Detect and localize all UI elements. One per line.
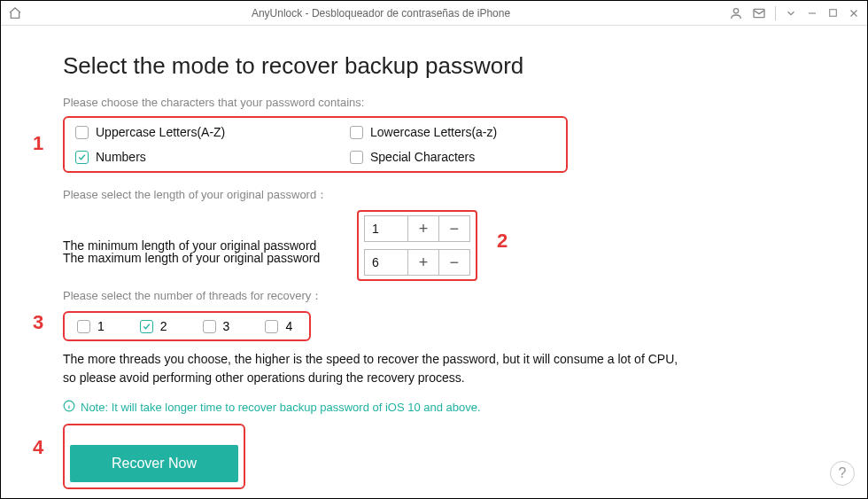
- threads-4[interactable]: 4: [265, 319, 292, 333]
- threads-note: The more threads you choose, the higher …: [63, 350, 805, 387]
- page-title: Select the mode to recover backup passwo…: [63, 52, 805, 80]
- max-minus-button[interactable]: −: [439, 250, 469, 275]
- numbers-label: Numbers: [96, 150, 146, 164]
- info-icon: [63, 400, 75, 415]
- lowercase-label: Lowercase Letters(a-z): [370, 125, 497, 139]
- min-plus-button[interactable]: +: [408, 216, 438, 241]
- min-length-value[interactable]: 1: [365, 216, 408, 241]
- annotation-4: 4: [33, 436, 43, 459]
- chevron-down-icon[interactable]: [785, 7, 797, 19]
- maximize-icon[interactable]: [827, 7, 839, 19]
- length-prompt: Please select the length of your origina…: [63, 187, 805, 203]
- recover-now-button[interactable]: Recover Now: [70, 445, 238, 482]
- mail-icon[interactable]: [752, 6, 766, 20]
- max-length-stepper: 6 + −: [364, 249, 470, 276]
- threads-2[interactable]: 2: [140, 319, 167, 333]
- threads-1[interactable]: 1: [77, 319, 105, 333]
- annotation-1: 1: [33, 132, 43, 155]
- titlebar: AnyUnlock - Desbloqueador de contraseñas…: [1, 1, 867, 26]
- threads-prompt: Please select the number of threads for …: [63, 288, 805, 304]
- max-length-label: The maximum length of your original pass…: [63, 251, 346, 265]
- max-length-value[interactable]: 6: [365, 250, 408, 275]
- svg-rect-3: [830, 10, 837, 17]
- annotation-3: 3: [33, 311, 43, 334]
- checkbox-numbers[interactable]: Numbers: [75, 150, 341, 164]
- uppercase-label: Uppercase Letters(A-Z): [96, 125, 225, 139]
- annotation-2: 2: [497, 230, 508, 253]
- account-icon[interactable]: [729, 6, 743, 20]
- info-note: Note: It will take longer time to recove…: [63, 400, 805, 415]
- threads-3[interactable]: 3: [203, 319, 230, 333]
- close-icon[interactable]: [848, 7, 860, 19]
- svg-point-0: [733, 8, 738, 12]
- checkbox-special[interactable]: Special Characters: [350, 150, 616, 164]
- recover-box: Recover Now: [63, 424, 245, 489]
- checkbox-lowercase[interactable]: Lowercase Letters(a-z): [350, 125, 616, 139]
- charset-box: Uppercase Letters(A-Z) Lowercase Letters…: [63, 116, 568, 173]
- special-label: Special Characters: [370, 150, 475, 164]
- charset-prompt: Please choose the characters that your p…: [63, 96, 805, 109]
- min-minus-button[interactable]: −: [439, 216, 469, 241]
- window-title: AnyUnlock - Desbloqueador de contraseñas…: [33, 7, 729, 19]
- minimize-icon[interactable]: [806, 7, 818, 19]
- min-length-stepper: 1 + −: [364, 215, 470, 242]
- checkbox-uppercase[interactable]: Uppercase Letters(A-Z): [75, 125, 341, 139]
- steppers-box: 1 + − 6 + −: [357, 210, 477, 281]
- threads-box: 1 2 3 4: [63, 311, 311, 341]
- home-icon[interactable]: [8, 6, 22, 20]
- max-plus-button[interactable]: +: [408, 250, 438, 275]
- help-button[interactable]: ?: [830, 461, 855, 486]
